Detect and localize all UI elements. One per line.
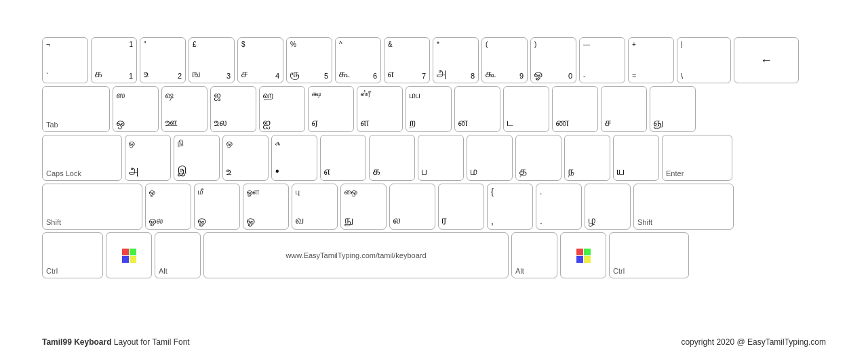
keyboard: ¬ ` 1 க1 " உ2 £ ங3 $ bbox=[42, 37, 826, 281]
row-numbers: ¬ ` 1 க1 " உ2 £ ங3 $ bbox=[42, 37, 826, 83]
svg-rect-7 bbox=[584, 256, 591, 263]
key-quote[interactable]: ய bbox=[613, 135, 659, 181]
space-label: www.EasyTamilTyping.com/tamil/keyboard bbox=[285, 251, 426, 259]
key-d[interactable]: ஒ உ bbox=[222, 135, 269, 181]
key-semicolon[interactable]: ந bbox=[564, 135, 610, 181]
key-slash[interactable]: ழ bbox=[585, 184, 631, 230]
key-z[interactable]: ஓ ஓல bbox=[145, 184, 191, 230]
key-bracket-right[interactable]: ஞு bbox=[650, 86, 696, 132]
key-win-left[interactable] bbox=[106, 232, 152, 278]
row-bottom: Ctrl Alt www.EasyTamilTyping.com/tamil/k… bbox=[42, 232, 826, 278]
key-backslash[interactable]: | \ bbox=[677, 37, 731, 83]
key-5[interactable]: % ரூ5 bbox=[286, 37, 332, 83]
copyright-label: copyright 2020 @ EasyTamilTyping.com bbox=[681, 337, 826, 347]
key-1[interactable]: 1 க1 bbox=[91, 37, 137, 83]
shift-left-label: Shift bbox=[46, 218, 138, 226]
key-i[interactable]: ன bbox=[454, 86, 500, 132]
svg-rect-6 bbox=[576, 256, 583, 263]
key-backtick[interactable]: ¬ ` bbox=[42, 37, 88, 83]
key-e[interactable]: ஜ உல bbox=[210, 86, 256, 132]
row-asdf: Caps Lock ஒ அ நி இ ஒ உ ஃ • bbox=[42, 135, 826, 181]
svg-rect-2 bbox=[122, 256, 129, 263]
key-ctrl-left[interactable]: Ctrl bbox=[42, 232, 103, 278]
key-n[interactable]: ல bbox=[389, 184, 435, 230]
key-q[interactable]: ஸ ஒ bbox=[113, 86, 159, 132]
key-9[interactable]: ( கூ9 bbox=[481, 37, 528, 83]
enter-label: Enter bbox=[666, 169, 728, 177]
key-t[interactable]: க்ஷ ஏ bbox=[308, 86, 354, 132]
capslock-label: Caps Lock bbox=[46, 169, 118, 177]
key-h[interactable]: க bbox=[369, 135, 415, 181]
tab-label: Tab bbox=[46, 121, 106, 129]
key-p[interactable]: ண bbox=[552, 86, 598, 132]
key-8[interactable]: * அ8 bbox=[433, 37, 479, 83]
key-tab[interactable]: Tab bbox=[42, 86, 110, 132]
keyboard-subtitle: Layout for Tamil Font bbox=[114, 337, 190, 347]
key-c[interactable]: ஓள ஓ bbox=[243, 184, 289, 230]
shift-right-label: Shift bbox=[637, 218, 730, 226]
key-o[interactable]: ட bbox=[503, 86, 549, 132]
key-y[interactable]: ஸ்ரீ ள bbox=[357, 86, 403, 132]
svg-rect-5 bbox=[584, 249, 591, 255]
alt-left-label: Alt bbox=[159, 267, 197, 275]
key-comma[interactable]: { , bbox=[487, 184, 533, 230]
svg-rect-3 bbox=[130, 256, 136, 263]
key-0[interactable]: ) ஓ0 bbox=[530, 37, 576, 83]
ctrl-left-label: Ctrl bbox=[46, 267, 99, 275]
key-space[interactable]: www.EasyTamilTyping.com/tamil/keyboard bbox=[203, 232, 509, 278]
key-f[interactable]: ஃ • bbox=[271, 135, 317, 181]
key-b[interactable]: ஒை நு bbox=[340, 184, 387, 230]
key-period[interactable]: . . bbox=[536, 184, 582, 230]
key-l[interactable]: த bbox=[515, 135, 561, 181]
key-6[interactable]: ^ கூ6 bbox=[335, 37, 381, 83]
svg-rect-4 bbox=[576, 249, 583, 255]
ctrl-right-label: Ctrl bbox=[613, 267, 685, 275]
key-alt-left[interactable]: Alt bbox=[155, 232, 201, 278]
key-enter[interactable]: Enter bbox=[662, 135, 732, 181]
key-capslock[interactable]: Caps Lock bbox=[42, 135, 122, 181]
key-win-right[interactable] bbox=[560, 232, 606, 278]
backspace-icon: ← bbox=[760, 54, 772, 68]
key-shift-right[interactable]: Shift bbox=[633, 184, 734, 230]
key-v[interactable]: பு வ bbox=[292, 184, 338, 230]
key-backspace[interactable]: ← bbox=[734, 37, 799, 83]
key-r[interactable]: ஹ ஐ bbox=[259, 86, 305, 132]
windows-icon bbox=[121, 247, 137, 263]
key-a[interactable]: ஒ அ bbox=[125, 135, 171, 181]
svg-rect-1 bbox=[130, 249, 136, 255]
row-qwerty: Tab ஸ ஒ ஷ ஊ ஜ உல ஹ ஐ bbox=[42, 86, 826, 132]
key-shift-left[interactable]: Shift bbox=[42, 184, 142, 230]
key-m[interactable]: ர bbox=[438, 184, 484, 230]
key-bracket-left[interactable]: ச bbox=[601, 86, 647, 132]
key-j[interactable]: ப bbox=[418, 135, 464, 181]
key-4[interactable]: $ ச4 bbox=[237, 37, 283, 83]
key-2[interactable]: " உ2 bbox=[140, 37, 186, 83]
windows-icon-right bbox=[575, 247, 591, 263]
key-k[interactable]: ம bbox=[467, 135, 513, 181]
svg-rect-0 bbox=[122, 249, 129, 255]
key-alt-right[interactable]: Alt bbox=[511, 232, 557, 278]
row-shift: Shift ஓ ஓல மீ ஓ ஓள ஓ பு வ bbox=[42, 184, 826, 230]
key-minus[interactable]: — - bbox=[579, 37, 625, 83]
keyboard-title: Tamil99 Keyboard bbox=[42, 337, 111, 347]
key-ctrl-right[interactable]: Ctrl bbox=[609, 232, 689, 278]
alt-right-label: Alt bbox=[515, 267, 553, 275]
key-x[interactable]: மீ ஓ bbox=[194, 184, 240, 230]
key-equal[interactable]: + = bbox=[628, 37, 674, 83]
key-3[interactable]: £ ங3 bbox=[189, 37, 235, 83]
keyboard-title-area: Tamil99 Keyboard Layout for Tamil Font bbox=[42, 337, 190, 347]
key-7[interactable]: & எ7 bbox=[384, 37, 430, 83]
key-u[interactable]: மப ற bbox=[406, 86, 452, 132]
key-w[interactable]: ஷ ஊ bbox=[161, 86, 208, 132]
key-s[interactable]: நி இ bbox=[174, 135, 220, 181]
key-g[interactable]: எ bbox=[320, 135, 366, 181]
